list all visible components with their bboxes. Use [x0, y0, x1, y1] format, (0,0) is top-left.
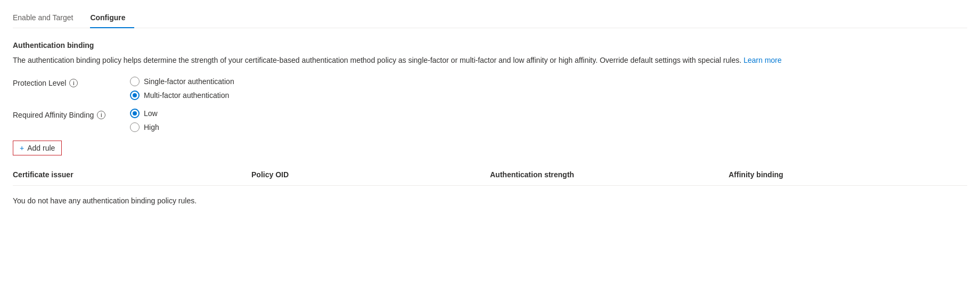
protection-level-label: Protection Level i: [13, 77, 130, 87]
tab-configure[interactable]: Configure: [90, 9, 134, 28]
affinity-binding-info-icon[interactable]: i: [97, 111, 105, 119]
radio-single-factor[interactable]: Single-factor authentication: [130, 77, 234, 86]
section-title: Authentication binding: [13, 41, 967, 50]
affinity-binding-row: Required Affinity Binding i Low High: [13, 109, 967, 132]
tab-enable-target[interactable]: Enable and Target: [13, 9, 81, 28]
empty-table-message: You do not have any authentication bindi…: [13, 192, 967, 209]
radio-low[interactable]: Low: [130, 109, 159, 118]
section-description: The authentication binding policy helps …: [13, 55, 945, 66]
learn-more-link[interactable]: Learn more: [744, 56, 782, 64]
col-header-auth-strength: Authentication strength: [490, 168, 729, 181]
radio-label-low: Low: [144, 109, 158, 118]
protection-level-options: Single-factor authentication Multi-facto…: [130, 77, 234, 100]
plus-icon: +: [20, 144, 24, 152]
affinity-binding-label: Required Affinity Binding i: [13, 109, 130, 119]
affinity-binding-options: Low High: [130, 109, 159, 132]
col-header-policy-oid: Policy OID: [251, 168, 490, 181]
radio-circle-low: [130, 109, 140, 118]
add-rule-label: Add rule: [27, 144, 55, 152]
radio-label-high: High: [144, 123, 159, 131]
radio-high[interactable]: High: [130, 122, 159, 132]
radio-label-single-factor: Single-factor authentication: [144, 77, 234, 86]
radio-circle-single-factor: [130, 77, 140, 86]
radio-circle-multi-factor: [130, 90, 140, 100]
table-body: You do not have any authentication bindi…: [13, 186, 967, 216]
radio-multi-factor[interactable]: Multi-factor authentication: [130, 90, 234, 100]
protection-level-info-icon[interactable]: i: [69, 79, 78, 87]
radio-label-multi-factor: Multi-factor authentication: [144, 91, 229, 100]
add-rule-button[interactable]: + Add rule: [13, 141, 62, 155]
table-header: Certificate issuer Policy OID Authentica…: [13, 164, 967, 186]
col-header-affinity-binding: Affinity binding: [729, 168, 967, 181]
protection-level-row: Protection Level i Single-factor authent…: [13, 77, 967, 100]
tabs-container: Enable and Target Configure: [13, 9, 967, 28]
col-header-cert-issuer: Certificate issuer: [13, 168, 251, 181]
radio-circle-high: [130, 122, 140, 132]
